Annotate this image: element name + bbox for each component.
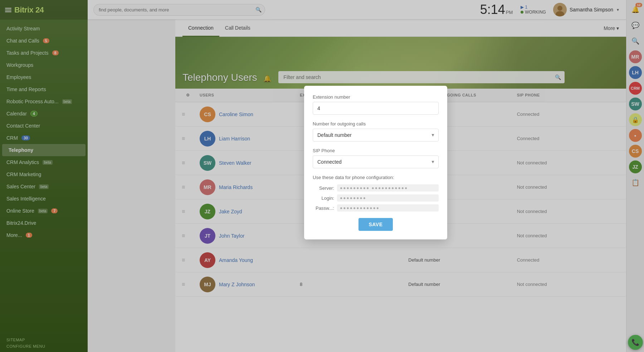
server-row: Server: ●●●●●●●●● ●●●●●●●●●●● <box>313 184 439 192</box>
login-row: Login: ●●●●●●●● <box>313 194 439 202</box>
save-button[interactable]: SAVE <box>358 218 392 231</box>
login-label: Login: <box>313 195 334 201</box>
popup-overlay[interactable]: Extension number Number for outgoing cal… <box>0 0 644 352</box>
outgoing-select[interactable]: Default number Number 1 Number 2 <box>313 129 439 142</box>
login-value: ●●●●●●●● <box>337 194 439 202</box>
sip-label: SIP Phone <box>313 148 439 153</box>
extension-input[interactable] <box>313 102 439 115</box>
outgoing-field: Number for outgoing calls Default number… <box>313 121 439 142</box>
phone-config-label: Use these data for phone configuration: <box>313 175 439 180</box>
extension-field: Extension number <box>313 94 439 115</box>
sip-field: SIP Phone Connected Not connected ▼ <box>313 148 439 168</box>
password-row: Passw...: ●●●●●●●●●●●● <box>313 204 439 212</box>
outgoing-select-wrap: Default number Number 1 Number 2 ▼ <box>313 129 439 142</box>
password-value: ●●●●●●●●●●●● <box>337 204 439 212</box>
popup-dialog: Extension number Number for outgoing cal… <box>304 86 447 239</box>
sip-select-wrap: Connected Not connected ▼ <box>313 155 439 168</box>
outgoing-label: Number for outgoing calls <box>313 121 439 127</box>
server-info: Server: ●●●●●●●●● ●●●●●●●●●●● Login: ●●●… <box>313 184 439 212</box>
sip-select[interactable]: Connected Not connected <box>313 155 439 168</box>
server-value: ●●●●●●●●● ●●●●●●●●●●● <box>337 184 439 192</box>
password-label: Passw...: <box>313 205 334 211</box>
server-label: Server: <box>313 185 334 191</box>
extension-label: Extension number <box>313 94 439 100</box>
